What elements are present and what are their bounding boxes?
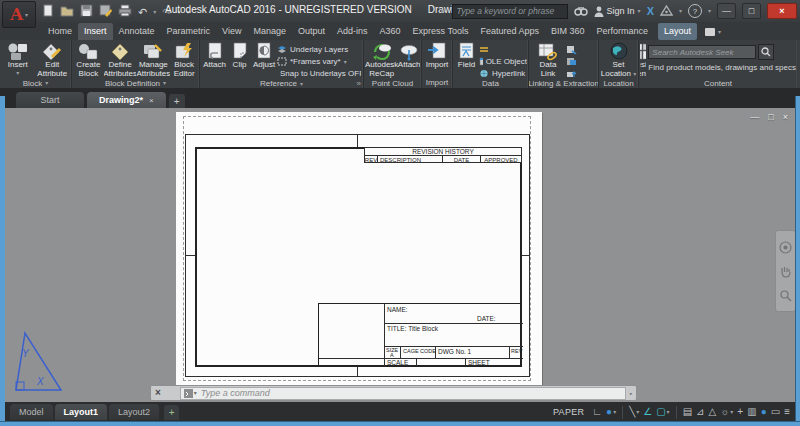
hyperlink-button[interactable]: Hyperlink — [479, 68, 527, 79]
snap-to-underlays-button[interactable]: Snap to Underlays OFF ▾ — [277, 68, 361, 79]
close-tab-icon[interactable]: × — [149, 96, 154, 105]
panel-launcher-icon[interactable]: » — [357, 79, 361, 88]
chevron-down-icon[interactable]: ▾ — [679, 8, 682, 14]
tab-a360[interactable]: A360 — [374, 23, 407, 40]
extract-data-button[interactable] — [566, 44, 592, 55]
file-tab-drawing2[interactable]: Drawing2* × — [87, 92, 166, 108]
annotation-visibility-icon[interactable]: ▤ — [683, 407, 692, 417]
sign-in-button[interactable]: Sign In ▾ — [594, 6, 641, 17]
panel-label-content[interactable]: Content — [704, 79, 732, 88]
navigation-bar[interactable] — [775, 230, 796, 312]
tab-home[interactable]: Home — [42, 23, 78, 40]
new-drawing-tab-button[interactable]: + — [169, 94, 185, 108]
autoscale-icon[interactable]: ⊿ — [696, 407, 704, 417]
panel-label-block[interactable]: Block — [23, 79, 43, 88]
frames-vary-button[interactable]: *Frames vary* ▾ — [277, 56, 361, 67]
edit-attribute-button[interactable]: Edit Attribute — [35, 42, 70, 79]
undo-dropdown-icon[interactable]: ▾ — [153, 9, 156, 15]
underlay-layers-button[interactable]: Underlay Layers — [277, 44, 361, 55]
tab-layout2[interactable]: Layout2 — [109, 404, 159, 420]
annotation-scale-icon[interactable]: △ — [708, 407, 716, 417]
autodesk-recap-button[interactable]: AutodeskReCap — [365, 42, 398, 79]
panel-label-data[interactable]: Data — [482, 79, 499, 88]
panel-label-reference[interactable]: Reference — [260, 79, 297, 88]
command-bar-grip-icon[interactable]: ▪ — [630, 390, 632, 397]
tab-parametric[interactable]: Parametric — [161, 23, 217, 40]
tray-plus-icon[interactable]: + — [737, 407, 743, 417]
command-line-bar[interactable]: × ▾ Type a command ▪ — [150, 385, 637, 401]
clean-screen-icon[interactable]: ▭ — [771, 407, 780, 417]
drawing-canvas[interactable]: — □ × REVISION HISTORY REV DESCRIPTION D… — [0, 108, 800, 402]
isodraft-icon[interactable]: ▢▾ — [656, 407, 669, 417]
graphics-performance-icon[interactable]: ● — [761, 407, 767, 417]
adjust-button[interactable]: Adjust — [251, 42, 277, 70]
undo-icon[interactable]: ↶ — [138, 7, 147, 18]
link-data-button[interactable] — [566, 56, 592, 67]
customization-icon[interactable]: ≡ — [784, 407, 790, 417]
layout-paper-sheet[interactable]: REVISION HISTORY REV DESCRIPTION DATE AP… — [176, 112, 542, 389]
close-command-line-icon[interactable]: × — [155, 388, 161, 398]
new-file-icon[interactable] — [42, 3, 54, 21]
close-icon[interactable]: × — [783, 112, 788, 122]
tab-layout1[interactable]: Layout1 — [55, 404, 108, 420]
paper-space-button[interactable]: PAPER — [549, 405, 588, 419]
ribbon-display-toggle[interactable]: ▾ — [705, 28, 721, 40]
tab-insert[interactable]: Insert — [78, 23, 113, 40]
block-editor-button[interactable]: BlockEditor — [170, 42, 198, 79]
panel-label-block-definition[interactable]: Block Definition — [105, 79, 160, 88]
panel-label-linking-extraction[interactable]: Linking & Extraction — [529, 79, 598, 88]
seek-go-button[interactable] — [758, 44, 774, 60]
open-file-icon[interactable] — [60, 3, 74, 21]
tab-annotate[interactable]: Annotate — [113, 23, 161, 40]
tab-add-ins[interactable]: Add-ins — [331, 23, 374, 40]
polar-tracking-icon[interactable]: ╲▾ — [629, 407, 639, 417]
panel-label-point-cloud[interactable]: Point Cloud — [372, 79, 413, 88]
flyout-icon[interactable]: ▸ — [442, 7, 446, 15]
tab-view[interactable]: View — [216, 23, 247, 40]
save-icon[interactable] — [80, 3, 93, 21]
point-cloud-attach-button[interactable]: Attach — [398, 42, 420, 70]
workspace-gear-icon[interactable]: ☼▾ — [720, 407, 733, 417]
ole-object-button[interactable]: OLE Object — [479, 56, 527, 67]
help-search-input[interactable] — [452, 4, 568, 19]
selection-cycling-icon[interactable]: ▥ — [747, 407, 756, 417]
grid-icon[interactable]: ∟ — [592, 407, 602, 417]
snap-mode-icon[interactable]: ●▾ — [606, 407, 616, 417]
help-icon[interactable]: ? — [688, 4, 702, 18]
insert-block-button[interactable]: Insert ▾ — [1, 42, 35, 76]
tab-performance[interactable]: Performance — [590, 23, 654, 40]
a360-icon[interactable] — [660, 2, 673, 20]
manage-attributes-button[interactable]: ManageAttributes — [136, 42, 170, 79]
import-button[interactable]: Import — [423, 42, 451, 70]
tab-featured-apps[interactable]: Featured Apps — [474, 23, 545, 40]
maximize-button[interactable]: □ — [742, 3, 761, 19]
attach-button[interactable]: Attach — [201, 42, 228, 70]
panel-label-import[interactable]: Import — [426, 78, 449, 87]
tab-model[interactable]: Model — [10, 404, 53, 420]
command-input[interactable]: ▾ Type a command — [180, 387, 626, 400]
plot-icon[interactable] — [118, 3, 132, 21]
tab-bim-360[interactable]: BIM 360 — [545, 23, 591, 40]
field-button[interactable]: Field — [454, 42, 479, 70]
create-block-button[interactable]: CreateBlock — [73, 42, 104, 79]
tab-manage[interactable]: Manage — [247, 23, 292, 40]
panel-label-location[interactable]: Location — [603, 79, 633, 88]
new-layout-button[interactable]: + — [164, 405, 179, 420]
tab-layout[interactable]: Layout — [658, 23, 697, 40]
tab-output[interactable]: Output — [292, 23, 331, 40]
set-location-button[interactable]: Set Location ▾ — [600, 42, 637, 79]
ucs-icon[interactable]: Y X — [10, 330, 64, 398]
customize-wrench-icon[interactable] — [165, 388, 176, 399]
search-binoculars-icon[interactable] — [574, 2, 588, 20]
seek-search-input[interactable] — [648, 45, 756, 59]
isometric-angle-icon[interactable]: ∠ — [643, 407, 652, 417]
upload-to-source-button[interactable] — [566, 68, 592, 79]
minimize-button[interactable]: — — [717, 3, 736, 19]
tab-express-tools[interactable]: Express Tools — [407, 23, 475, 40]
update-fields-button[interactable] — [479, 44, 527, 55]
minimize-icon[interactable]: — — [750, 112, 759, 122]
file-tab-start[interactable]: Start — [16, 92, 84, 108]
clip-button[interactable]: Clip — [228, 42, 251, 70]
close-button[interactable]: × — [767, 3, 797, 19]
app-menu-button[interactable]: A ▾ — [2, 1, 36, 28]
